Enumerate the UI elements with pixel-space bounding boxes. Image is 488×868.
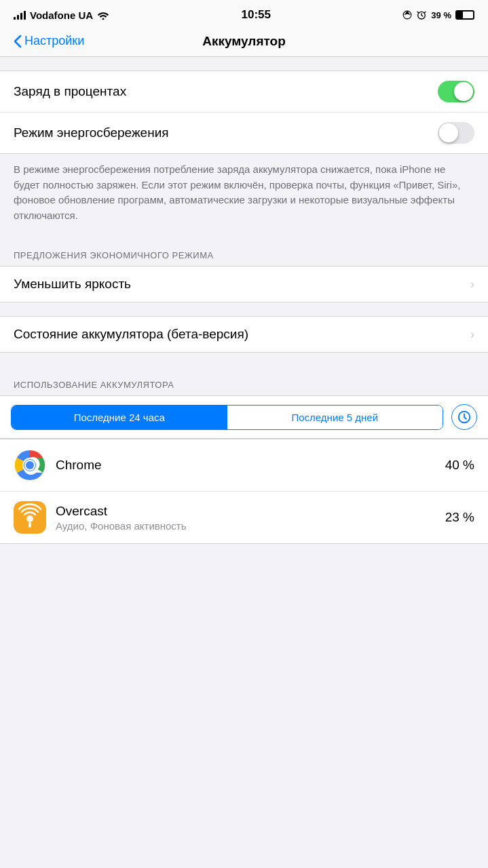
clock-button[interactable] bbox=[451, 404, 477, 430]
app-row-overcast[interactable]: Overcast Аудио, Фоновая активность 23 % bbox=[0, 492, 488, 543]
usage-tab-bar: Последние 24 часа Последние 5 дней bbox=[0, 395, 488, 439]
battery-health-row[interactable]: Состояние аккумулятора (бета-версия) › bbox=[0, 317, 488, 352]
power-saving-description: В режиме энергосбережения потребление за… bbox=[0, 154, 488, 237]
svg-point-8 bbox=[26, 461, 34, 469]
toggle-knob-2 bbox=[439, 123, 458, 142]
eco-section-header: ПРЕДЛОЖЕНИЯ ЭКОНОМИЧНОГО РЕЖИМА bbox=[0, 237, 488, 266]
overcast-app-icon bbox=[14, 501, 46, 534]
wifi-icon bbox=[97, 10, 109, 20]
svg-rect-11 bbox=[29, 522, 31, 528]
page-title: Аккумулятор bbox=[202, 34, 286, 49]
power-saving-toggle[interactable] bbox=[438, 122, 474, 144]
battery-pct-group: Заряд в процентах Режим энергосбережения bbox=[0, 71, 488, 154]
carrier-label: Vodafone UA bbox=[30, 9, 93, 21]
overcast-app-pct: 23 % bbox=[445, 510, 474, 525]
chevron-icon: › bbox=[470, 277, 474, 292]
battery-icon bbox=[455, 10, 474, 20]
battery-pct-toggle[interactable] bbox=[438, 81, 474, 102]
section-gap-mid bbox=[0, 302, 488, 316]
reduce-brightness-label: Уменьшить яркость bbox=[14, 277, 131, 292]
overcast-app-info: Overcast Аудио, Фоновая активность bbox=[56, 504, 445, 532]
tab-5d-button[interactable]: Последние 5 дней bbox=[227, 406, 443, 429]
status-left: Vodafone UA bbox=[14, 9, 109, 21]
usage-section-header: ИСПОЛЬЗОВАНИЕ АККУМУЛЯТОРА bbox=[0, 366, 488, 395]
section-gap-top bbox=[0, 57, 488, 71]
tab-group: Последние 24 часа Последние 5 дней bbox=[11, 405, 443, 430]
nav-bar: Настройки Аккумулятор bbox=[0, 27, 488, 57]
status-bar: Vodafone UA 10:55 39 % bbox=[0, 0, 488, 27]
status-right: 39 % bbox=[402, 9, 474, 20]
description-text: В режиме энергосбережения потребление за… bbox=[14, 163, 460, 221]
signal-bars-icon bbox=[14, 10, 26, 20]
location-icon bbox=[402, 10, 412, 20]
back-label: Настройки bbox=[24, 34, 84, 48]
chrome-app-name: Chrome bbox=[56, 458, 445, 473]
overcast-app-name: Overcast bbox=[56, 504, 445, 519]
power-saving-label: Режим энергосбережения bbox=[14, 125, 169, 140]
alarm-icon bbox=[416, 9, 427, 20]
svg-point-0 bbox=[102, 18, 105, 20]
overcast-app-sub: Аудио, Фоновая активность bbox=[56, 520, 445, 532]
battery-health-label: Состояние аккумулятора (бета-версия) bbox=[14, 327, 248, 342]
battery-health-group: Состояние аккумулятора (бета-версия) › bbox=[0, 316, 488, 353]
power-saving-row: Режим энергосбережения bbox=[0, 113, 488, 153]
eco-group: Уменьшить яркость › bbox=[0, 266, 488, 302]
reduce-brightness-row[interactable]: Уменьшить яркость › bbox=[0, 267, 488, 302]
status-time: 10:55 bbox=[241, 8, 270, 22]
svg-point-10 bbox=[26, 515, 33, 522]
section-gap-usage bbox=[0, 353, 488, 366]
battery-health-chevron-icon: › bbox=[470, 328, 474, 342]
tab-24h-button[interactable]: Последние 24 часа bbox=[12, 406, 227, 429]
battery-pct-row-label: Заряд в процентах bbox=[14, 84, 126, 99]
chrome-app-pct: 40 % bbox=[445, 458, 474, 473]
back-button[interactable]: Настройки bbox=[14, 34, 84, 48]
app-row-chrome[interactable]: Chrome 40 % bbox=[0, 439, 488, 492]
overcast-icon bbox=[14, 501, 46, 534]
chrome-app-icon bbox=[14, 449, 46, 481]
app-list: Chrome 40 % Overcast Аудио, Фоновая акти… bbox=[0, 439, 488, 544]
chrome-icon bbox=[14, 449, 46, 481]
clock-icon bbox=[457, 410, 472, 425]
toggle-knob bbox=[454, 82, 473, 101]
battery-pct-label: 39 % bbox=[431, 10, 451, 20]
chrome-app-info: Chrome bbox=[56, 458, 445, 473]
battery-pct-row: Заряд в процентах bbox=[0, 71, 488, 113]
